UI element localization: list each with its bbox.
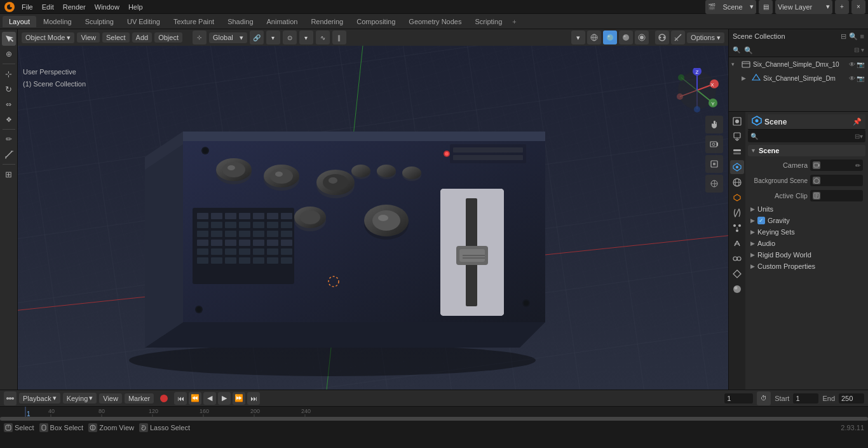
audio-header[interactable]: ▶ Audio bbox=[748, 238, 865, 248]
proportional-dropdown[interactable]: ▾ bbox=[299, 31, 313, 44]
outliner-expand-filter[interactable]: ▾ bbox=[861, 46, 864, 53]
snap-toggle[interactable]: 🔗 bbox=[250, 31, 264, 44]
current-frame-input[interactable]: 1 bbox=[724, 393, 753, 404]
add-cube-btn[interactable]: ⊞ bbox=[2, 167, 16, 181]
tab-animation[interactable]: Animation bbox=[261, 16, 304, 27]
viewport-shading-dropdown[interactable]: ▾ bbox=[571, 31, 585, 44]
rendered-shading-btn[interactable] bbox=[635, 31, 649, 44]
viewport-select-menu[interactable]: Select bbox=[102, 32, 130, 43]
dope-sheet-btn[interactable]: ∥ bbox=[332, 31, 346, 44]
object-mode-dropdown[interactable]: Object Mode ▾ bbox=[22, 32, 74, 43]
keying-sets-header[interactable]: ▶ Keying Sets bbox=[748, 227, 865, 237]
measure-tool-btn[interactable] bbox=[2, 147, 16, 161]
prop-tab-modifier[interactable] bbox=[730, 206, 744, 220]
transform-tool-btn[interactable]: ❖ bbox=[2, 112, 16, 126]
proportional-edit-btn[interactable]: ⊙ bbox=[283, 31, 297, 44]
play-reverse-btn[interactable]: ◀ bbox=[203, 392, 216, 405]
navigation-gizmo[interactable]: X Y Z bbox=[675, 68, 719, 112]
tab-uv-editing[interactable]: UV Editing bbox=[121, 16, 166, 27]
props-filter-dropdown[interactable]: ▾ bbox=[860, 133, 863, 140]
toggle-gizmos-btn[interactable] bbox=[671, 31, 685, 44]
tab-rendering[interactable]: Rendering bbox=[304, 16, 349, 27]
tab-geometry-nodes[interactable]: Geometry Nodes bbox=[402, 16, 468, 27]
gravity-header[interactable]: ▶ ✓ Gravity bbox=[748, 215, 865, 226]
item-restrict-view-icon-2[interactable]: 👁 bbox=[849, 75, 855, 82]
jump-start-btn[interactable]: ⏮ bbox=[174, 392, 187, 405]
rigid-body-header[interactable]: ▶ Rigid Body World bbox=[748, 250, 865, 260]
viewport-3d[interactable]: Object Mode ▾ View Select Add Object ⊹ G… bbox=[18, 29, 728, 390]
solid-shading-btn[interactable] bbox=[603, 31, 617, 44]
outliner-filter-icon[interactable]: ⊟ bbox=[841, 32, 846, 41]
outliner-item-mesh[interactable]: ▶ Six_Channel_Simple_Dm 👁 📷 bbox=[729, 71, 868, 85]
prop-tab-constraints[interactable] bbox=[730, 252, 744, 266]
viewport-object-menu[interactable]: Object bbox=[154, 32, 182, 43]
menu-render[interactable]: Render bbox=[59, 2, 90, 12]
prop-tab-render[interactable] bbox=[730, 114, 744, 128]
tab-layout[interactable]: Layout bbox=[3, 16, 36, 27]
view-layer-selector[interactable]: View Layer ▾ bbox=[775, 0, 832, 14]
next-keyframe-btn[interactable]: ⏩ bbox=[233, 392, 245, 405]
graph-editor-btn[interactable]: ∿ bbox=[316, 31, 330, 44]
prop-tab-object[interactable] bbox=[730, 191, 744, 205]
timeline-scrollbar[interactable] bbox=[0, 417, 868, 421]
prop-tab-particles[interactable] bbox=[730, 221, 744, 235]
viewport-add-menu[interactable]: Add bbox=[132, 32, 153, 43]
prev-keyframe-btn[interactable]: ⏪ bbox=[189, 392, 201, 405]
snap-options[interactable]: ▾ bbox=[266, 31, 280, 44]
props-pin-icon[interactable]: 📌 bbox=[853, 118, 862, 126]
menu-window[interactable]: Window bbox=[91, 2, 123, 12]
transform-space-dropdown[interactable]: Global ▾ bbox=[209, 32, 247, 43]
add-workspace-btn[interactable]: + bbox=[509, 17, 519, 27]
viewport-view-menu[interactable]: View bbox=[77, 32, 100, 43]
wireframe-shading-btn[interactable] bbox=[587, 31, 601, 44]
keying-menu[interactable]: Keying ▾ bbox=[63, 393, 97, 404]
timeline-view-menu[interactable]: View bbox=[99, 393, 122, 404]
jump-end-btn[interactable]: ⏭ bbox=[247, 392, 260, 405]
prop-tab-view-layer[interactable] bbox=[730, 145, 744, 159]
item-restrict-render-icon[interactable]: 📷 bbox=[857, 61, 864, 68]
scene-selector[interactable]: 🎬 Scene ▾ bbox=[705, 0, 756, 14]
lasso-select-status[interactable]: Lasso Select bbox=[139, 423, 190, 432]
camera-edit-icon[interactable]: ✏ bbox=[855, 162, 860, 169]
prop-tab-scene[interactable] bbox=[730, 160, 744, 174]
tab-scripting[interactable]: Scripting bbox=[468, 16, 508, 27]
time-remap-btn[interactable]: ⏱ bbox=[757, 391, 771, 405]
camera-view-btn[interactable] bbox=[705, 135, 723, 153]
tab-shading[interactable]: Shading bbox=[221, 16, 259, 27]
box-select-status[interactable]: Box Select bbox=[39, 423, 84, 432]
props-filter-btn[interactable]: ⊟ bbox=[855, 133, 860, 140]
tab-modeling[interactable]: Modeling bbox=[37, 16, 78, 27]
prop-tab-world[interactable] bbox=[730, 175, 744, 189]
timeline-scrollbar-thumb[interactable] bbox=[0, 417, 868, 421]
outliner-search-input[interactable] bbox=[742, 46, 852, 55]
scene-section-header[interactable]: ▼ Scene bbox=[748, 145, 865, 156]
3d-object-dmx-controller[interactable] bbox=[94, 81, 571, 386]
background-scene-value[interactable] bbox=[810, 175, 863, 186]
scale-tool-btn[interactable]: ⇔ bbox=[2, 97, 16, 111]
close-view-layer-btn[interactable]: × bbox=[851, 0, 865, 14]
gravity-checkbox[interactable]: ✓ bbox=[757, 217, 765, 224]
timeline-ruler[interactable]: 1 40 80 120 160 200 240 bbox=[0, 407, 868, 421]
end-frame-input[interactable]: 250 bbox=[839, 393, 864, 404]
active-clip-value[interactable] bbox=[810, 190, 863, 201]
camera-value[interactable]: ✏ bbox=[810, 160, 863, 171]
item-restrict-view-icon[interactable]: 👁 bbox=[849, 61, 855, 68]
record-btn[interactable] bbox=[160, 395, 168, 402]
outliner-more-icon[interactable]: ≡ bbox=[860, 32, 864, 40]
custom-props-header[interactable]: ▶ Custom Properties bbox=[748, 261, 865, 271]
render-region-btn[interactable] bbox=[705, 155, 723, 173]
move-tool-btn[interactable]: ⊹ bbox=[2, 67, 16, 81]
tab-compositing[interactable]: Compositing bbox=[350, 16, 402, 27]
timeline-mode-icon[interactable] bbox=[4, 391, 17, 405]
annotate-tool-btn[interactable]: ✏ bbox=[2, 132, 16, 146]
toggle-overlays-btn[interactable] bbox=[655, 31, 669, 44]
play-btn[interactable]: ▶ bbox=[218, 392, 231, 405]
prop-tab-data[interactable] bbox=[730, 267, 744, 281]
pivot-point-btn[interactable]: ⊹ bbox=[193, 31, 207, 44]
rotate-tool-btn[interactable]: ↻ bbox=[2, 82, 16, 96]
transform-orient-btn[interactable] bbox=[705, 175, 723, 193]
select-tool-btn[interactable] bbox=[2, 32, 16, 46]
menu-file[interactable]: File bbox=[18, 2, 37, 12]
menu-help[interactable]: Help bbox=[125, 2, 147, 12]
start-frame-input[interactable]: 1 bbox=[793, 393, 818, 404]
